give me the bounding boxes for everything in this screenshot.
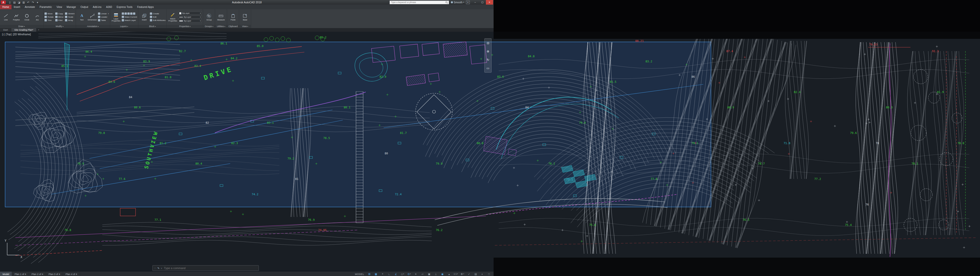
open-file-icon[interactable]: ▤	[13, 0, 16, 4]
search-icon[interactable]	[445, 1, 448, 4]
ribbon-tab-insert[interactable]: Insert	[11, 5, 22, 9]
tool-measure[interactable]: Measure	[216, 13, 226, 21]
status-toggle-transparency[interactable]: ▱	[419, 272, 426, 276]
full-navigation-wheel-icon[interactable]: ◎	[487, 41, 489, 45]
ribbon-tab-add-ins[interactable]: Add-ins	[91, 5, 104, 9]
tool-group[interactable]: Group	[204, 13, 214, 21]
customize-icon[interactable]: ✎	[157, 267, 159, 270]
ribbon-tab-output[interactable]: Output	[78, 5, 91, 9]
tool-text[interactable]: A Text	[77, 13, 87, 21]
layout-tab-plan-4-of-4[interactable]: Plan 4 of 4	[63, 272, 80, 276]
status-toggle-selection-cycling[interactable]: ▣	[426, 272, 432, 276]
ribbon-tab-view[interactable]: View	[54, 5, 64, 9]
tool-create-block[interactable]: Create	[150, 12, 165, 15]
redo-icon[interactable]: ↷	[31, 0, 35, 4]
zoom-icon[interactable]: ⊕	[487, 49, 489, 53]
status-toggle-grid-display[interactable]: ⊞	[366, 272, 372, 276]
layout-tab-plan-3-of-4[interactable]: Plan 3 of 4	[46, 272, 63, 276]
tool-stretch[interactable]: Stretch	[65, 12, 75, 15]
tool-dimension[interactable]: Dimension	[88, 13, 97, 21]
autocad-logo-icon[interactable]: A	[1, 0, 6, 4]
qat-dropdown-icon[interactable]: ▾	[35, 0, 40, 4]
save-file-icon[interactable]: ◪	[17, 0, 21, 4]
layout-tab-model[interactable]: Model	[0, 272, 12, 276]
status-toggle-quick-properties[interactable]: ▤	[473, 272, 479, 276]
layer-isolate-icon[interactable]	[122, 13, 124, 15]
ribbon-tab-annotate[interactable]: Annotate	[22, 5, 37, 9]
panel-label-clipboard[interactable]: Clipboard	[227, 25, 239, 28]
new-drawing-tab-button[interactable]: +	[37, 28, 41, 32]
viewport-menu-button[interactable]: [-]	[2, 33, 4, 36]
file-tab-start[interactable]: Start	[0, 28, 11, 32]
pan-icon[interactable]: ▭	[487, 67, 489, 70]
view-control-button[interactable]: [Top]	[6, 33, 11, 36]
layer-unlock-icon[interactable]	[133, 13, 135, 15]
tool-insert[interactable]: Insert	[139, 13, 149, 21]
panel-label-utilities[interactable]: Utilities▾	[215, 25, 227, 28]
tool-polyline[interactable]: Polyline	[11, 13, 21, 21]
tool-fillet[interactable]: Fillet	[55, 19, 64, 22]
status-toggle-ortho-mode[interactable]: ∟	[386, 272, 392, 276]
status-toggle-annotation-visibility[interactable]: ◉	[439, 272, 445, 276]
signin-menu[interactable]: Smooth▾	[451, 1, 464, 4]
panel-label-modify[interactable]: Modify▾	[43, 25, 76, 28]
file-tab-site-grading-plan-[interactable]: Site Grading Plan*	[11, 28, 37, 32]
panel-label-draw[interactable]: Draw▾	[0, 25, 43, 28]
tool-base[interactable]: Base	[240, 13, 250, 21]
object-color-dropdown[interactable]: ByLayer▾	[178, 11, 202, 15]
panel-label-layers[interactable]: Layers▾	[110, 25, 138, 28]
ribbon-tab-home[interactable]: Home	[0, 5, 11, 9]
status-toggle-snap-mode[interactable]: ▦	[373, 272, 379, 276]
panel-label-annotation[interactable]: Annotation▾	[76, 25, 110, 28]
layer-freeze-icon[interactable]	[124, 13, 127, 15]
tool-table[interactable]: Table	[98, 19, 109, 22]
command-line-grip[interactable]: ∷	[154, 267, 156, 270]
status-toggle-workspace-switching[interactable]: ⚙▾	[459, 272, 465, 276]
tool-array[interactable]: Array	[65, 19, 75, 22]
tool-rotate[interactable]: Rotate	[45, 16, 54, 18]
new-file-icon[interactable]: ▯	[8, 0, 12, 4]
ribbon-tab-express-tools[interactable]: Express Tools	[114, 5, 135, 9]
search-input[interactable]	[391, 1, 444, 4]
status-toggle-dynamic-input[interactable]: ⌖	[380, 272, 386, 276]
layout-tab-plan-2-of-4[interactable]: Plan 2 of 4	[29, 272, 46, 276]
linetype-dropdown[interactable]: ByLayer▾	[178, 15, 202, 19]
status-toggle-annotation-monitor[interactable]: ✓	[466, 272, 472, 276]
model-space-indicator[interactable]: MODEL	[353, 272, 366, 276]
layer-off-icon[interactable]	[127, 13, 130, 15]
status-toggle-annotation-scale[interactable]: 1:1▾	[453, 272, 459, 276]
command-input[interactable]	[164, 266, 257, 270]
status-toggle-dynamic-ucs[interactable]: ⊥	[433, 272, 439, 276]
layer-lock-icon[interactable]	[130, 13, 132, 15]
tool-edit-attributes[interactable]: Edit Attributes	[150, 19, 165, 22]
maximize-button[interactable]: ▢	[479, 0, 486, 5]
tool-arc[interactable]: Arc	[32, 13, 42, 21]
ribbon-tab-featured-apps[interactable]: Featured Apps	[135, 5, 156, 9]
tool-circle[interactable]: Circle	[22, 13, 32, 21]
autodesk-exchange-icon[interactable]: X	[466, 1, 470, 4]
status-toggle-isolate-objects[interactable]: ◐	[479, 272, 485, 276]
tool-layer-properties[interactable]: Layer Properties	[111, 12, 121, 22]
layout-tab-plan-1-of-4[interactable]: Plan 1 of 4	[12, 272, 29, 276]
tool-match-layer[interactable]: Match Layer	[122, 19, 137, 22]
ribbon-tab-parametric[interactable]: Parametric	[37, 5, 54, 9]
ribbon-tab-manage[interactable]: Manage	[64, 5, 78, 9]
orbit-icon[interactable]: ↻	[487, 58, 489, 62]
tool-mirror[interactable]: Mirror	[55, 16, 64, 18]
visual-style-control-button[interactable]: [2D Wireframe]	[13, 33, 31, 36]
panel-label-groups[interactable]: Groups▾	[203, 25, 215, 28]
infocenter-search[interactable]	[390, 0, 449, 4]
tool-copy[interactable]: Copy	[55, 12, 64, 15]
tool-paste[interactable]: Paste	[228, 13, 238, 21]
panel-label-view[interactable]: View▾	[239, 25, 251, 28]
command-line[interactable]: ∷ ✎ ›	[153, 265, 259, 271]
status-toggle-polar-tracking[interactable]: ∠	[393, 272, 399, 276]
tool-trim[interactable]: Trim	[45, 19, 54, 22]
status-toggle-clean-screen[interactable]: □	[486, 272, 492, 276]
lineweight-dropdown[interactable]: ByLayer▾	[178, 19, 202, 22]
tool-match-properties[interactable]: Match Properties	[168, 12, 178, 22]
tool-edit-block[interactable]: Edit	[150, 16, 165, 18]
plot-icon[interactable]: ▥	[22, 0, 25, 4]
status-toggle-autoscale[interactable]: ▴	[446, 272, 452, 276]
tool-leader[interactable]: Leader	[98, 16, 109, 18]
